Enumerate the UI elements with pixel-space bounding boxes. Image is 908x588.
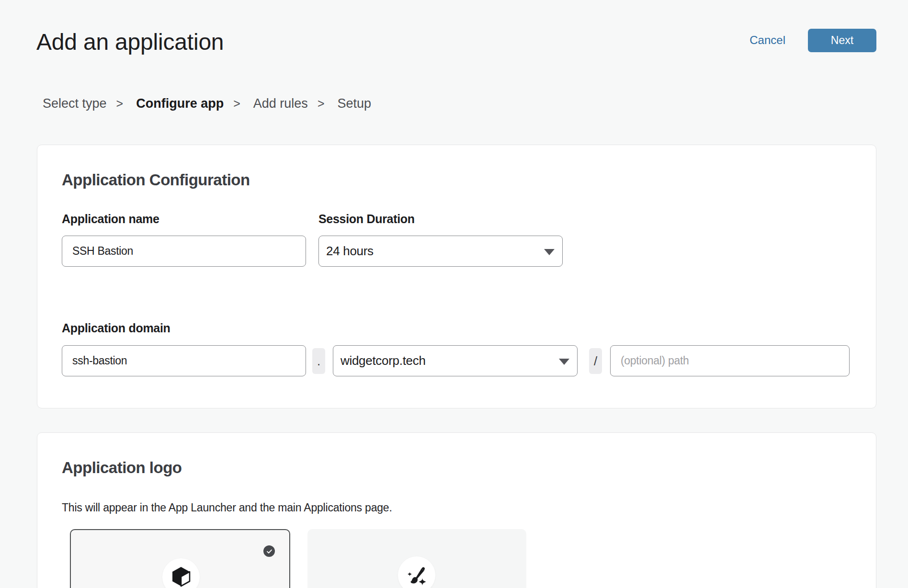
- application-domain-label: Application domain: [62, 321, 170, 335]
- logo-option-default[interactable]: [70, 529, 290, 588]
- application-name-label: Application name: [62, 212, 159, 226]
- session-duration-value: 24 hours: [326, 244, 374, 259]
- paintbrush-icon: [405, 564, 428, 587]
- cancel-button[interactable]: Cancel: [749, 34, 785, 47]
- application-logo-card: Application logo This will appear in the…: [37, 432, 876, 588]
- breadcrumb-separator: >: [116, 97, 124, 111]
- breadcrumb-separator: >: [318, 97, 325, 111]
- session-duration-select[interactable]: 24 hours: [318, 236, 563, 267]
- cube-icon: [171, 566, 191, 588]
- domain-select[interactable]: widgetcorp.tech: [333, 345, 578, 376]
- breadcrumb-separator: >: [233, 97, 240, 111]
- dot-separator: .: [312, 348, 325, 374]
- application-name-input[interactable]: [62, 236, 306, 267]
- breadcrumb-setup[interactable]: Setup: [337, 96, 371, 111]
- breadcrumb: Select type > Configure app > Add rules …: [43, 96, 381, 111]
- next-button[interactable]: Next: [808, 29, 876, 52]
- application-logo-description: This will appear in the App Launcher and…: [62, 501, 392, 514]
- page-title: Add an application: [36, 29, 224, 55]
- application-configuration-heading: Application Configuration: [62, 171, 250, 189]
- chevron-down-icon: [559, 359, 569, 365]
- breadcrumb-add-rules[interactable]: Add rules: [253, 96, 308, 111]
- application-configuration-card: Application Configuration Application na…: [37, 145, 876, 408]
- application-logo-heading: Application logo: [62, 459, 182, 477]
- path-input[interactable]: [610, 345, 850, 376]
- domain-value: widgetcorp.tech: [340, 353, 426, 368]
- subdomain-input[interactable]: [62, 345, 306, 376]
- default-logo-circle: [162, 558, 200, 588]
- header-actions: Next: [808, 29, 876, 52]
- custom-logo-circle: [398, 556, 435, 588]
- slash-separator: /: [589, 348, 602, 374]
- selected-check-icon: [263, 545, 275, 557]
- logo-option-custom[interactable]: [307, 529, 526, 588]
- chevron-down-icon: [544, 249, 555, 255]
- breadcrumb-configure-app[interactable]: Configure app: [136, 96, 224, 111]
- breadcrumb-select-type[interactable]: Select type: [43, 96, 107, 111]
- session-duration-label: Session Duration: [318, 212, 415, 226]
